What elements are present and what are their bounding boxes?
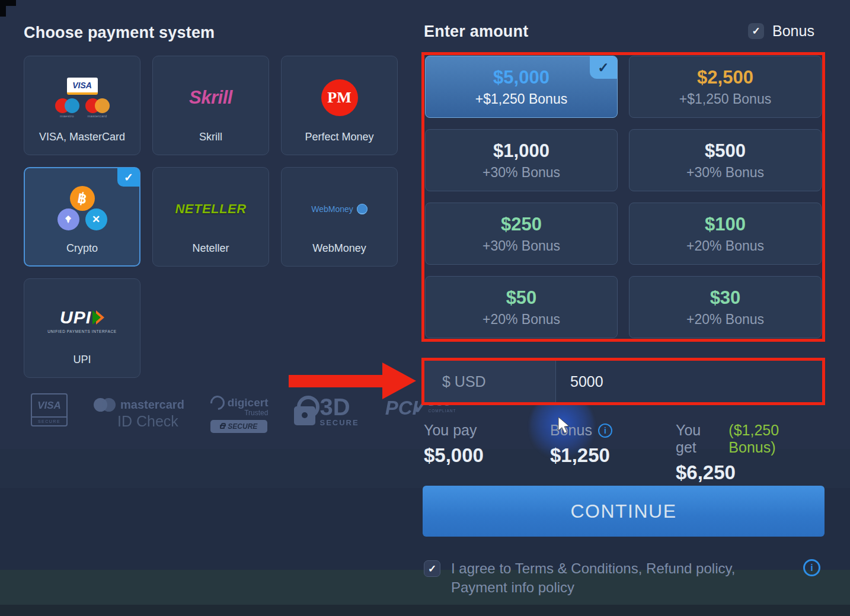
bonus-toggle-label: Bonus: [772, 23, 814, 40]
amount-value: $100: [705, 214, 746, 235]
amount-options-grid: $5,000+$1,250 Bonus✓$2,500+$1,250 Bonus$…: [421, 52, 825, 342]
lock-icon: [220, 425, 225, 429]
mastercard-id-check-badge: mastercard ID Check: [94, 398, 184, 430]
visa-secure-badge-title: VISA: [32, 394, 66, 416]
skrill-logo: Skrill: [189, 87, 232, 108]
payment-method-visa-mastercard[interactable]: VISA maestro mastercard VISA, MasterCard: [24, 56, 140, 155]
payment-method-upi[interactable]: UPI UNIFIED PAYMENTS INTERFACE UPI: [24, 278, 140, 378]
webmoney-logo: WebMoney: [311, 204, 368, 214]
continue-button[interactable]: CONTINUE: [423, 486, 825, 537]
payment-method-label: VISA, MasterCard: [39, 131, 125, 143]
payment-method-label: Perfect Money: [305, 131, 373, 143]
amount-bonus: +30% Bonus: [686, 165, 764, 181]
amount-bonus: +$1,250 Bonus: [679, 91, 771, 107]
enter-amount-title: Enter amount: [424, 23, 528, 41]
upi-arrow-icon: [92, 310, 104, 325]
choose-payment-title: Choose payment system: [24, 24, 215, 42]
payment-method-label: WebMoney: [312, 242, 366, 255]
payment-method-label: Crypto: [66, 242, 98, 255]
amount-bonus: +30% Bonus: [482, 165, 560, 181]
amount-value: $5,000: [493, 67, 549, 88]
screen-corner-artifact: [0, 0, 6, 17]
amount-bonus: +20% Bonus: [482, 312, 560, 328]
amount-option-250[interactable]: $250+30% Bonus: [425, 203, 618, 265]
terms-row: ✓ I agree to Terms & Conditions, Refund …: [424, 559, 826, 597]
ethereum-icon: ◆▾: [57, 208, 79, 230]
threed-secure-small: SECURE: [319, 418, 359, 427]
globe-icon: [357, 204, 368, 214]
digicert-secure-badge: digicert Trusted SECURE: [210, 396, 269, 433]
you-pay-label: You pay: [424, 422, 550, 439]
amount-input-box: $ USD: [421, 358, 825, 405]
amount-value: $30: [710, 287, 741, 309]
amount-value: $500: [705, 140, 746, 162]
digicert-icon: [207, 393, 228, 413]
padlock-icon: [294, 396, 315, 425]
red-arrow-annotation: [289, 362, 416, 399]
visa-logo: VISA: [67, 78, 98, 95]
you-get-value: $6,250: [676, 461, 825, 484]
payment-method-webmoney[interactable]: WebMoney WebMoney: [281, 167, 398, 267]
amount-value: $50: [506, 287, 537, 309]
bonus-label: Bonus: [550, 422, 592, 439]
amount-option-2500[interactable]: $2,500+$1,250 Bonus: [629, 56, 822, 118]
currency-label: $ USD: [442, 373, 486, 390]
mastercard-circles-icon: [94, 398, 116, 412]
pci-compliant-label: COMPLIANT: [429, 409, 456, 413]
trust-badges-row: VISA SECURE mastercard ID Check digicert…: [31, 393, 456, 433]
crypto-logo: ฿ ◆▾ ✕: [52, 186, 113, 232]
terms-info-icon[interactable]: i: [803, 559, 820, 576]
maestro-logo: maestro: [55, 98, 79, 118]
neteller-logo: NETELLER: [175, 201, 246, 217]
ripple-icon: ✕: [85, 208, 107, 230]
visa-secure-badge: VISA SECURE: [31, 393, 68, 426]
bonus-value: $1,250: [550, 444, 676, 467]
deposit-summary: You pay $5,000 Bonus i $1,250 You get ($…: [424, 422, 825, 484]
amount-bonus: +20% Bonus: [686, 312, 764, 328]
payment-method-crypto[interactable]: ฿ ◆▾ ✕ Crypto✓: [24, 167, 140, 267]
payment-method-skrill[interactable]: SkrillSkrill: [152, 56, 269, 155]
bonus-checkbox[interactable]: ✓: [748, 23, 764, 39]
terms-checkbox[interactable]: ✓: [424, 560, 440, 577]
digicert-secure-pill: SECURE: [210, 420, 267, 433]
terms-text[interactable]: I agree to Terms & Conditions, Refund po…: [451, 559, 794, 597]
amount-value: $1,000: [493, 140, 549, 162]
currency-selector[interactable]: $ USD: [424, 361, 556, 402]
bitcoin-icon: ฿: [70, 186, 95, 211]
payment-method-label: UPI: [73, 354, 91, 366]
amount-option-1000[interactable]: $1,000+30% Bonus: [425, 129, 618, 191]
bonus-toggle[interactable]: ✓ Bonus: [748, 23, 814, 40]
you-get-bonus-note: ($1,250 Bonus): [728, 422, 825, 456]
mastercard-logo: mastercard: [85, 98, 110, 118]
amount-option-500[interactable]: $500+30% Bonus: [629, 129, 822, 191]
payment-method-label: Neteller: [192, 242, 229, 255]
bonus-info-icon[interactable]: i: [598, 424, 612, 438]
payment-method-perfect-money[interactable]: PMPerfect Money: [281, 56, 398, 155]
you-get-label: You get: [676, 422, 723, 456]
payment-method-neteller[interactable]: NETELLERNeteller: [152, 167, 269, 267]
amount-value: $250: [501, 214, 542, 235]
amount-input[interactable]: [556, 361, 822, 402]
visa-secure-badge-subtitle: SECURE: [32, 416, 66, 425]
payment-methods-grid: VISA maestro mastercard VISA, MasterCard…: [24, 56, 398, 378]
amount-option-50[interactable]: $50+20% Bonus: [425, 276, 618, 338]
amount-value: $2,500: [697, 67, 753, 88]
threed-secure-badge: 3D SECURE: [294, 396, 359, 427]
selected-check-badge: ✓: [117, 168, 140, 187]
amount-option-5000[interactable]: $5,000+$1,250 Bonus✓: [425, 56, 618, 118]
amount-option-100[interactable]: $100+20% Bonus: [629, 203, 822, 265]
you-pay-value: $5,000: [424, 444, 550, 467]
mastercard-badge-brand: mastercard: [120, 398, 184, 412]
mastercard-badge-product: ID Check: [117, 413, 184, 430]
amount-bonus: +$1,250 Bonus: [475, 91, 567, 107]
payment-method-label: Skrill: [199, 131, 222, 143]
amount-bonus: +30% Bonus: [482, 238, 560, 254]
upi-logo: UPI UNIFIED PAYMENTS INTERFACE: [47, 307, 116, 333]
digicert-trusted-label: Trusted: [244, 409, 268, 417]
visa-mastercard-logo: VISA maestro mastercard: [55, 78, 110, 118]
digicert-brand: digicert: [228, 396, 269, 409]
perfect-money-logo: PM: [321, 79, 358, 116]
amount-bonus: +20% Bonus: [686, 238, 764, 254]
digicert-secure-label: SECURE: [228, 422, 257, 431]
amount-option-30[interactable]: $30+20% Bonus: [629, 276, 822, 338]
